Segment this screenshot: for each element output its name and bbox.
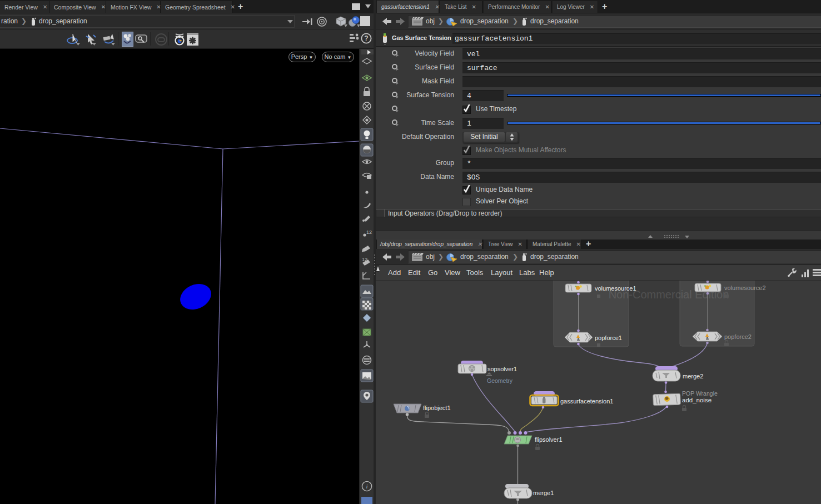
svg-text:POP Wrangle: POP Wrangle [682,390,718,397]
svg-text:merge2: merge2 [683,373,703,380]
svg-text:12: 12 [362,257,367,262]
svg-text:volumesource1: volumesource1 [595,285,636,292]
svg-text:merge1: merge1 [533,490,554,496]
svg-text:Geometry: Geometry [487,377,513,384]
svg-text:add_noise: add_noise [682,397,711,403]
svg-text:flipobject1: flipobject1 [423,405,451,411]
svg-text:i: i [366,483,367,490]
svg-text:volumesource2: volumesource2 [724,285,766,291]
svg-text:popforce2: popforce2 [724,333,752,340]
svg-text:sopsolver1: sopsolver1 [487,366,517,372]
svg-text:popforce1: popforce1 [595,335,622,341]
svg-text:?: ? [364,34,368,42]
svg-text:flipsolver1: flipsolver1 [535,436,563,443]
svg-text:12: 12 [366,229,372,235]
svg-text:gassurfacetension1: gassurfacetension1 [560,398,613,405]
